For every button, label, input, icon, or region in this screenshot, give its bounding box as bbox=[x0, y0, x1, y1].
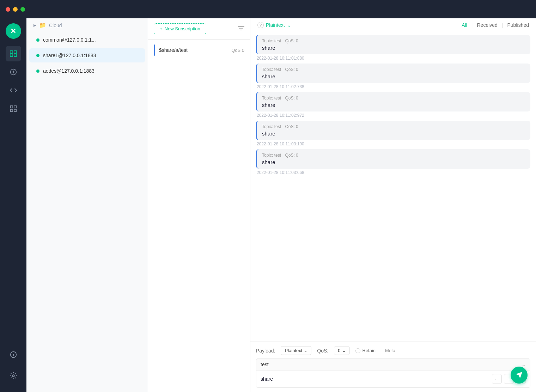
send-button[interactable] bbox=[511, 367, 528, 384]
message-timestamp: 2022-01-28 10:11:02:972 bbox=[256, 113, 530, 118]
message-qos: QoS: 0 bbox=[285, 96, 298, 101]
retain-toggle[interactable]: Retain bbox=[355, 348, 376, 353]
sidebar-item-schema[interactable] bbox=[6, 101, 21, 116]
message-content: share bbox=[262, 102, 525, 108]
message-meta: Topic: test QoS: 0 bbox=[262, 38, 525, 43]
filter-received-button[interactable]: Received bbox=[477, 22, 497, 28]
subscription-qos: QoS 0 bbox=[231, 48, 244, 53]
payload-type-select[interactable]: Plaintext ⌄ bbox=[281, 346, 311, 355]
message-topic: Topic: test bbox=[262, 153, 281, 158]
folder-icon: 📁 bbox=[39, 22, 46, 29]
messages-list: Topic: test QoS: 0 share 2022-01-28 10:1… bbox=[250, 32, 536, 342]
payload-type-dropdown-icon: ⌄ bbox=[287, 22, 291, 28]
qos-dropdown-icon: ⌄ bbox=[342, 348, 346, 353]
message-timestamp: 2022-01-28 10:11:02:738 bbox=[256, 84, 530, 89]
svg-rect-10 bbox=[10, 109, 12, 111]
subscription-panel: + New Subscription $share/a/test QoS 0 bbox=[148, 18, 250, 392]
messages-header: ? Plaintext ⌄ All | Received | Published bbox=[250, 18, 536, 32]
message-filters: All | Received | Published bbox=[462, 22, 529, 28]
message-timestamp: 2022-01-28 10:11:03:668 bbox=[256, 170, 530, 175]
retain-circle-icon bbox=[355, 348, 360, 353]
filter-published-button[interactable]: Published bbox=[507, 22, 529, 28]
message-group: Topic: test QoS: 0 share 2022-01-28 10:1… bbox=[256, 149, 530, 175]
publish-payload[interactable]: share bbox=[261, 376, 273, 382]
cloud-chevron-icon: ▶ bbox=[34, 23, 36, 27]
message-content: share bbox=[262, 131, 525, 137]
status-dot-common bbox=[36, 38, 39, 42]
cloud-label: Cloud bbox=[49, 23, 62, 28]
svg-rect-3 bbox=[14, 54, 16, 56]
publish-toolbar: Payload: Plaintext ⌄ QoS: 0 ⌄ Retain Met… bbox=[256, 346, 530, 355]
message-timestamp: 2022-01-28 10:11:01:880 bbox=[256, 56, 530, 61]
payload-type-label: Plaintext bbox=[266, 22, 285, 28]
message-meta: Topic: test QoS: 0 bbox=[262, 67, 525, 72]
minimize-button[interactable] bbox=[13, 7, 18, 12]
connection-label-share1: share1@127.0.0.1:1883 bbox=[43, 53, 96, 58]
connection-item-aedes[interactable]: aedes@127.0.0.1:1883 bbox=[29, 64, 145, 78]
message-group: Topic: test QoS: 0 share 2022-01-28 10:1… bbox=[256, 121, 530, 146]
publish-topic-row: test ⌄ bbox=[256, 358, 530, 370]
message-group: Topic: test QoS: 0 share 2022-01-28 10:1… bbox=[256, 92, 530, 118]
connection-label-aedes: aedes@127.0.0.1:1883 bbox=[43, 68, 95, 74]
message-qos: QoS: 0 bbox=[285, 153, 298, 158]
plus-icon: + bbox=[160, 26, 163, 31]
dropdown-arrow-icon: ⌄ bbox=[304, 348, 307, 353]
message-bubble: Topic: test QoS: 0 share bbox=[256, 64, 530, 83]
nav-back-button[interactable]: ← bbox=[492, 374, 502, 384]
status-dot-share1 bbox=[36, 54, 39, 57]
message-bubble: Topic: test QoS: 0 share bbox=[256, 149, 530, 169]
message-meta: Topic: test QoS: 0 bbox=[262, 124, 525, 129]
qos-select[interactable]: 0 ⌄ bbox=[334, 346, 349, 355]
publish-payload-row: share ← − → bbox=[256, 370, 530, 388]
main-area: share1 ⌄ 39 ⏻ ✎ ⊞ ••• + New Subscription bbox=[148, 0, 536, 392]
close-button[interactable] bbox=[6, 7, 10, 12]
expand-icon[interactable]: ⌄ bbox=[522, 362, 526, 367]
message-qos: QoS: 0 bbox=[285, 124, 298, 129]
window-controls bbox=[6, 7, 25, 12]
message-topic: Topic: test bbox=[262, 96, 281, 101]
sidebar-item-connections[interactable] bbox=[6, 46, 21, 61]
filter-icon[interactable] bbox=[238, 26, 244, 32]
message-qos: QoS: 0 bbox=[285, 67, 298, 72]
payload-label: Payload: bbox=[256, 348, 275, 354]
svg-rect-2 bbox=[10, 54, 12, 56]
subscription-item[interactable]: $share/a/test QoS 0 bbox=[148, 40, 250, 61]
sidebar-item-add[interactable] bbox=[6, 64, 21, 80]
status-dot-aedes bbox=[36, 70, 39, 73]
publish-topic[interactable]: test bbox=[261, 362, 269, 367]
connections-panel: Connections New Collection ▶ 📁 Cloud com… bbox=[26, 0, 148, 392]
connection-label-common: common@127.0.0.1:1... bbox=[43, 37, 96, 43]
title-bar bbox=[0, 0, 536, 18]
retain-label: Retain bbox=[363, 348, 376, 353]
payload-type-selector[interactable]: ? Plaintext ⌄ bbox=[257, 22, 291, 28]
messages-panel: ? Plaintext ⌄ All | Received | Published bbox=[250, 18, 536, 392]
sub-indicator bbox=[154, 44, 155, 56]
message-topic: Topic: test bbox=[262, 38, 281, 43]
connection-item-common[interactable]: common@127.0.0.1:1... bbox=[29, 33, 145, 47]
connection-item-share1[interactable]: share1@127.0.0.1:1883 bbox=[29, 48, 145, 62]
message-bubble: Topic: test QoS: 0 share bbox=[256, 92, 530, 111]
svg-rect-7 bbox=[10, 106, 12, 108]
message-bubble: Topic: test QoS: 0 share bbox=[256, 35, 530, 54]
maximize-button[interactable] bbox=[20, 7, 25, 12]
subscription-toolbar: + New Subscription bbox=[148, 18, 250, 40]
qos-label: QoS: bbox=[317, 348, 328, 354]
message-group: Topic: test QoS: 0 share 2022-01-28 10:1… bbox=[256, 35, 530, 61]
help-icon: ? bbox=[257, 22, 264, 28]
publish-area: Payload: Plaintext ⌄ QoS: 0 ⌄ Retain Met… bbox=[250, 342, 536, 392]
sidebar-item-code[interactable] bbox=[6, 83, 21, 98]
sidebar-item-settings[interactable] bbox=[6, 368, 21, 384]
message-group: Topic: test QoS: 0 share 2022-01-28 10:1… bbox=[256, 64, 530, 89]
icon-rail: ✕ bbox=[0, 0, 26, 392]
svg-rect-1 bbox=[14, 51, 16, 53]
cloud-group[interactable]: ▶ 📁 Cloud bbox=[26, 18, 148, 32]
message-qos: QoS: 0 bbox=[285, 38, 298, 43]
message-meta: Topic: test QoS: 0 bbox=[262, 153, 525, 158]
meta-button[interactable]: Meta bbox=[381, 346, 399, 355]
filter-all-button[interactable]: All bbox=[462, 22, 467, 28]
svg-rect-9 bbox=[14, 109, 16, 111]
message-timestamp: 2022-01-28 10:11:03:190 bbox=[256, 141, 530, 146]
new-subscription-button[interactable]: + New Subscription bbox=[154, 23, 206, 34]
subscription-topic: $share/a/test bbox=[159, 47, 231, 53]
sidebar-item-info[interactable] bbox=[6, 347, 21, 362]
